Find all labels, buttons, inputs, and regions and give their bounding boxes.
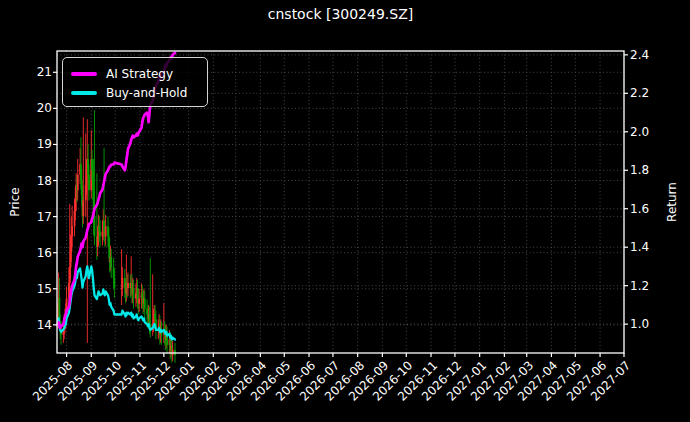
candle-body — [88, 175, 90, 191]
chart-figure: cnstock [300249.SZ] 14151617181920211.01… — [0, 0, 690, 422]
return-tick-label: 1.6 — [630, 203, 649, 215]
candle-body — [77, 175, 79, 191]
price-tick-label: 19 — [0, 138, 52, 150]
return-tick-label: 1.8 — [630, 164, 649, 176]
y-axis-label-return: Return — [665, 182, 679, 222]
return-tick-label: 2.0 — [630, 126, 649, 138]
legend-item-ai-strategy: AI Strategy — [71, 64, 199, 83]
candle-body — [138, 299, 140, 304]
candle-body — [82, 200, 84, 216]
candle-body — [110, 257, 112, 267]
candle-body — [105, 226, 107, 236]
ai-strategy-line-swatch — [71, 72, 97, 76]
return-tick-label: 1.2 — [630, 280, 649, 292]
return-tick-label: 2.2 — [630, 87, 649, 99]
price-tick-label: 21 — [0, 66, 52, 78]
return-tick-label: 1.0 — [630, 318, 649, 330]
buy-and-hold-line-swatch — [71, 91, 97, 95]
legend-label-buy-and-hold: Buy-and-Hold — [106, 86, 187, 100]
candle-body — [133, 288, 135, 298]
price-tick-label: 20 — [0, 102, 52, 114]
legend-item-buy-and-hold: Buy-and-Hold — [71, 83, 199, 102]
return-tick-label: 1.4 — [630, 241, 649, 253]
legend-label-ai-strategy: AI Strategy — [106, 67, 173, 81]
candle-body — [144, 299, 146, 309]
candle-body — [114, 278, 116, 288]
candle-body — [99, 231, 101, 236]
candle-body — [127, 283, 129, 288]
candle-body — [94, 216, 96, 237]
y-axis-label-price: Price — [8, 187, 22, 216]
price-tick-label: 18 — [0, 175, 52, 187]
legend: AI Strategy Buy-and-Hold — [62, 57, 208, 107]
price-tick-label: 15 — [0, 283, 52, 295]
candle-body — [121, 278, 123, 288]
return-tick-label: 2.4 — [630, 49, 649, 61]
price-tick-label: 14 — [0, 319, 52, 331]
price-tick-label: 16 — [0, 247, 52, 259]
candle-body — [71, 226, 73, 236]
